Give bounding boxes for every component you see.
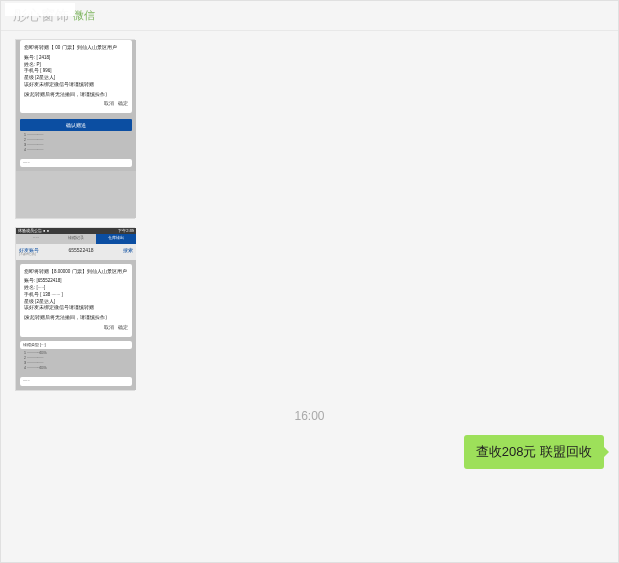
phone-screenshot: 您即将转赠【 00 门票】到仙人山景区用户 账号: [ 2418] 姓名: P]… — [16, 40, 136, 218]
modal-title: 您即将转赠【8.00000 门票】到仙人山景区用户 — [24, 269, 128, 276]
modal-warn2: (发起转赠后将无法撤回，请谨慎操作) — [24, 92, 128, 99]
modal-level: 星级 [2星达人] — [24, 75, 128, 82]
sent-bubble[interactable]: 查收208元 联盟回收 — [464, 435, 604, 469]
ok-button: 确定 — [118, 325, 128, 332]
title-mask — [5, 3, 75, 16]
modal-title: 您即将转赠【 00 门票】到仙人山景区用户 — [24, 45, 128, 52]
phone-tabs: ····· 转赠记录 仓库转出 — [16, 234, 136, 244]
footer-panel: ······ — [20, 159, 132, 168]
image-attachment[interactable]: 体验成员公告 ● ● 下午2:39 ····· 转赠记录 仓库转出 好友账号 (… — [15, 227, 135, 391]
outgoing-message: 查收208元 联盟回收 — [15, 435, 604, 469]
search-button: 搜索 — [123, 247, 133, 257]
timestamp-divider: 16:00 — [15, 409, 604, 423]
modal-warn: 该好友未绑定微信号请谨慎转赠 — [24, 82, 128, 89]
type-panel: 转赠类型 [···] — [20, 341, 132, 350]
wechat-tag: 微信 — [73, 8, 95, 23]
search-value: 655522418 — [68, 247, 93, 257]
phone-footer: 1 ·············65% 2 ················· 3… — [20, 349, 132, 373]
ok-button: 确定 — [118, 101, 128, 108]
modal-account: 账号: [ 2418] — [24, 55, 128, 62]
phone-footer: 1 ················· 2 ················· … — [20, 131, 132, 155]
footer-panel: ······ — [20, 377, 132, 386]
search-sublabel: (不是自己的) — [19, 253, 39, 257]
modal-warn2: (发起转赠后将无法撤回，请谨慎操作) — [24, 315, 128, 322]
chat-window: 彤心窗饰 微信 您即将转赠【 00 门票】到仙人山景区用户 账号: [ 2418… — [0, 0, 619, 563]
transfer-modal: 您即将转赠【8.00000 门票】到仙人山景区用户 账号: [655522418… — [20, 264, 132, 337]
phone-tab: 转赠记录 — [56, 234, 96, 244]
transfer-modal: 您即将转赠【 00 门票】到仙人山景区用户 账号: [ 2418] 姓名: P]… — [20, 40, 132, 113]
modal-account: 账号: [655522418] — [24, 278, 128, 285]
phone-tab-active: 仓库转出 — [96, 234, 136, 244]
phone-tab: ····· — [16, 234, 56, 244]
modal-warn: 该好友未绑定微信号请谨慎转赠 — [24, 305, 128, 312]
modal-phone: 手机号 [ 996] — [24, 68, 128, 75]
modal-level: 星级 [2星达人] — [24, 299, 128, 306]
message-list: 您即将转赠【 00 门票】到仙人山景区用户 账号: [ 2418] 姓名: P]… — [1, 31, 618, 562]
incoming-message: 您即将转赠【 00 门票】到仙人山景区用户 账号: [ 2418] 姓名: P]… — [15, 39, 604, 219]
phone-search-bar: 好友账号 (不是自己的) 655522418 搜索 — [16, 244, 136, 260]
image-attachment[interactable]: 您即将转赠【 00 门票】到仙人山景区用户 账号: [ 2418] 姓名: P]… — [15, 39, 135, 219]
phone-screenshot: 体验成员公告 ● ● 下午2:39 ····· 转赠记录 仓库转出 好友账号 (… — [16, 228, 136, 390]
confirm-send-button: 确认赠送 — [20, 119, 132, 131]
modal-name: 姓名: [·····] — [24, 285, 128, 292]
modal-name: 姓名: P] — [24, 62, 128, 69]
cancel-button: 取消 — [104, 101, 114, 108]
modal-phone: 手机号 [ 138 ······· ] — [24, 292, 128, 299]
chat-header: 彤心窗饰 微信 — [1, 1, 618, 31]
cancel-button: 取消 — [104, 325, 114, 332]
incoming-message: 体验成员公告 ● ● 下午2:39 ····· 转赠记录 仓库转出 好友账号 (… — [15, 227, 604, 391]
